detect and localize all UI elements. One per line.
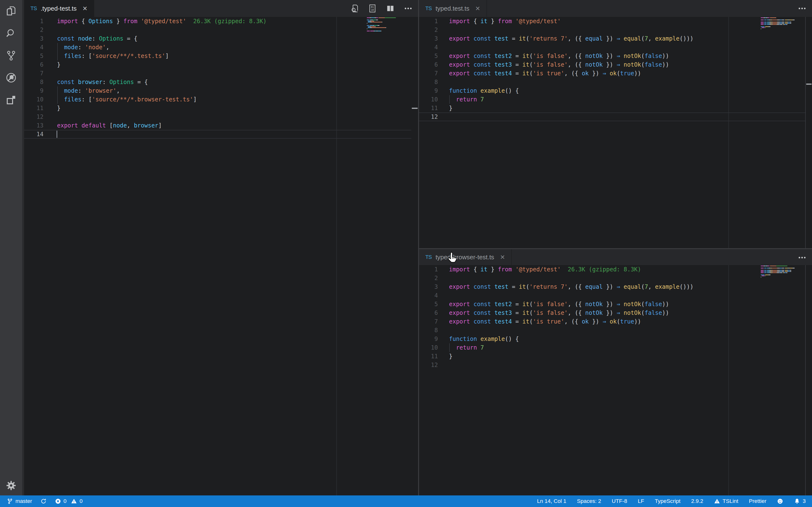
language-mode-status[interactable]: TypeScript xyxy=(655,495,680,507)
code-lines[interactable]: 1import { it } from '@typed/test' 26.3K … xyxy=(419,265,812,495)
line-number: 2 xyxy=(419,274,438,282)
line-number: 4 xyxy=(24,43,44,52)
line-number: 6 xyxy=(24,60,44,69)
typescript-file-icon: TS xyxy=(425,254,432,260)
git-branch-status[interactable]: master xyxy=(7,495,32,507)
code-line: 8const browser: Options = { xyxy=(24,78,418,87)
overview-ruler[interactable] xyxy=(411,17,418,495)
code-line: 1import { Options } from '@typed/test' 2… xyxy=(24,17,418,25)
encoding-status[interactable]: UTF-8 xyxy=(612,495,627,507)
debug-icon[interactable] xyxy=(0,67,22,89)
indentation-status[interactable]: Spaces: 2 xyxy=(577,495,601,507)
typescript-version-status[interactable]: 2.9.2 xyxy=(691,495,703,507)
code-line: 11} xyxy=(24,104,418,113)
overview-ruler[interactable] xyxy=(805,17,812,248)
line-number: 5 xyxy=(419,300,438,308)
indent-guide xyxy=(57,95,58,104)
eol-status[interactable]: LF xyxy=(638,495,644,507)
tab-title: typed-browser-test.ts xyxy=(436,253,494,261)
tslint-status[interactable]: TSLint xyxy=(714,495,738,507)
current-line-highlight xyxy=(24,130,411,138)
line-number: 1 xyxy=(24,17,44,25)
code-line: 4 mode: 'node', xyxy=(24,43,418,52)
tab-title: .typed-test.ts xyxy=(41,5,77,12)
sync-icon xyxy=(40,498,47,504)
code-editor[interactable]: 1import { Options } from '@typed/test' 2… xyxy=(24,17,418,495)
svg-text:01: 01 xyxy=(371,6,374,8)
line-number: 2 xyxy=(419,25,438,34)
code-line: 3export const test = it('returns 7', ({ … xyxy=(419,282,812,291)
line-number: 4 xyxy=(419,291,438,300)
line-number: 11 xyxy=(24,104,44,113)
extensions-icon[interactable] xyxy=(0,89,22,111)
typescript-file-icon: TS xyxy=(425,5,432,12)
cursor-position-status[interactable]: Ln 14, Col 1 xyxy=(537,495,566,507)
tslint-warning-icon xyxy=(714,498,720,504)
errors-icon xyxy=(55,498,61,504)
status-bar: master 0 0 Ln 14, Col 1 xyxy=(0,495,812,507)
split-editor-icon[interactable] xyxy=(386,4,395,13)
notification-count: 3 xyxy=(803,498,806,504)
code-line: 13export default [node, browser] xyxy=(24,121,418,130)
code-lines[interactable]: 1import { it } from '@typed/test'23expor… xyxy=(419,17,812,248)
code-editor[interactable]: 1import { it } from '@typed/test'23expor… xyxy=(419,17,812,248)
settings-gear-icon[interactable] xyxy=(0,480,22,491)
search-icon[interactable] xyxy=(0,22,22,44)
close-icon[interactable]: ✕ xyxy=(500,254,505,261)
line-number: 11 xyxy=(419,104,438,113)
line-number: 9 xyxy=(24,87,44,95)
prettier-status[interactable]: Prettier xyxy=(749,495,767,507)
code-line: 11} xyxy=(419,104,812,113)
indent-guide xyxy=(449,95,450,104)
editor-actions xyxy=(798,249,807,266)
close-icon[interactable]: ✕ xyxy=(83,5,88,12)
tab-bar-left: TS .typed-test.ts ✕ 0110 xyxy=(24,0,418,17)
line-number: 11 xyxy=(419,352,438,361)
column-ruler-80 xyxy=(728,265,729,495)
indent-guide xyxy=(57,43,58,52)
line-number: 4 xyxy=(419,43,438,52)
code-line: 9function example() { xyxy=(419,87,812,95)
code-line: 6} xyxy=(24,60,418,69)
problems-status[interactable]: 0 0 xyxy=(55,495,83,507)
code-line: 10 return 7 xyxy=(419,343,812,352)
code-line: 2 xyxy=(419,274,812,282)
tab-typed-browser-test-ts[interactable]: TS typed-browser-test.ts ✕ xyxy=(419,249,512,265)
line-number: 3 xyxy=(419,282,438,291)
explorer-icon[interactable] xyxy=(0,0,22,22)
code-line: 12 xyxy=(419,361,812,370)
notifications-bell[interactable]: 3 xyxy=(794,495,806,507)
editor-actions xyxy=(798,0,807,17)
column-ruler-80 xyxy=(728,17,729,248)
code-line: 3export const test = it('returns 7', ({ … xyxy=(419,34,812,43)
more-actions-icon[interactable] xyxy=(798,253,807,262)
code-line: 10 return 7 xyxy=(419,95,812,104)
code-line: 4 xyxy=(419,43,812,52)
line-number: 12 xyxy=(24,113,44,121)
open-changes-icon[interactable] xyxy=(350,4,359,13)
code-line: 8 xyxy=(419,326,812,335)
indent-guide xyxy=(57,87,58,95)
feedback-smiley-button[interactable] xyxy=(777,495,783,507)
close-icon[interactable]: ✕ xyxy=(475,5,480,12)
line-number: 5 xyxy=(24,52,44,60)
code-line: 7export const test4 = it('is true', ({ o… xyxy=(419,317,812,326)
git-branch-icon xyxy=(7,498,13,504)
line-number: 3 xyxy=(24,34,44,43)
more-actions-icon[interactable] xyxy=(404,4,413,13)
tab-typed-test-ts[interactable]: TS .typed-test.ts ✕ xyxy=(24,0,94,17)
overview-ruler[interactable] xyxy=(805,265,812,495)
code-lines[interactable]: 1import { Options } from '@typed/test' 2… xyxy=(24,17,418,495)
tab-typed-dot-test-ts[interactable]: TS typed.test.ts ✕ xyxy=(419,0,487,17)
more-actions-icon[interactable] xyxy=(798,4,807,13)
smiley-icon xyxy=(777,498,783,504)
line-number: 10 xyxy=(419,343,438,352)
code-editor[interactable]: 1import { it } from '@typed/test' 26.3K … xyxy=(419,265,812,495)
line-number: 10 xyxy=(419,95,438,104)
line-number: 7 xyxy=(24,69,44,78)
svg-text:10: 10 xyxy=(371,8,374,11)
sync-button[interactable] xyxy=(40,495,47,507)
source-control-icon[interactable] xyxy=(0,44,22,67)
binary-file-icon[interactable]: 0110 xyxy=(368,4,377,13)
line-number: 9 xyxy=(419,335,438,343)
